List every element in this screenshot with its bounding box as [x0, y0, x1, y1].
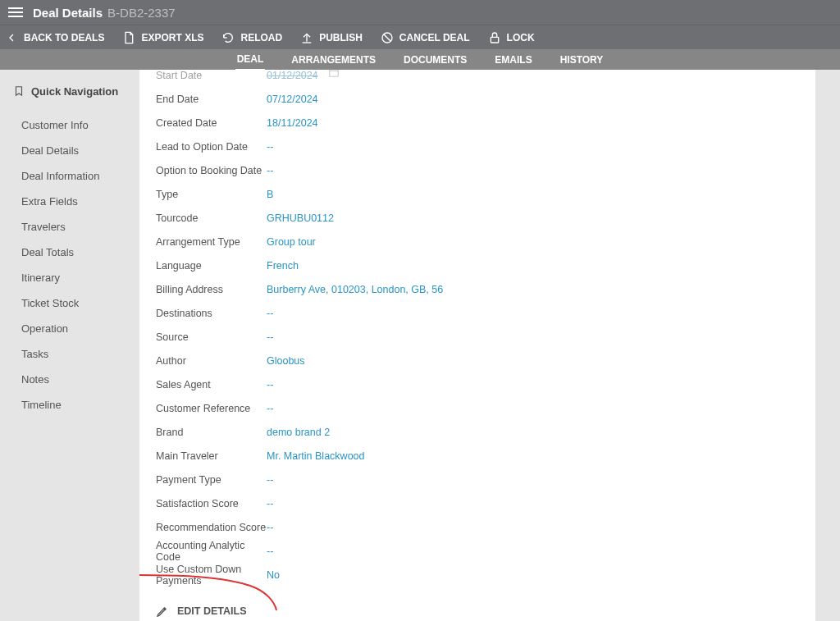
- tabs-bar: DEAL ARRANGEMENTS DOCUMENTS EMAILS HISTO…: [0, 49, 840, 70]
- back-button[interactable]: BACK TO DEALS: [5, 31, 104, 44]
- sidebar-item-timeline[interactable]: Timeline: [13, 392, 126, 418]
- tab-history[interactable]: HISTORY: [559, 50, 605, 70]
- tab-deal[interactable]: DEAL: [235, 49, 266, 71]
- field-value-source[interactable]: --: [267, 331, 273, 343]
- sidebar-item-deal-totals[interactable]: Deal Totals: [13, 240, 126, 265]
- arrow-left-icon: [5, 31, 18, 44]
- upload-icon: [300, 31, 313, 44]
- field-value-destinations[interactable]: --: [267, 308, 273, 319]
- field-value-author[interactable]: Gloobus: [267, 355, 305, 367]
- field-label-option-to-booking: Option to Booking Date: [156, 165, 267, 176]
- svg-rect-1: [491, 37, 498, 43]
- hamburger-icon[interactable]: [8, 7, 23, 17]
- field-label-brand: Brand: [156, 427, 267, 438]
- sidebar-item-operation[interactable]: Operation: [13, 316, 126, 341]
- main-panel: Start Date 01/12/2024 End Date 07/12/202…: [139, 70, 815, 621]
- refresh-icon: [221, 31, 235, 44]
- field-label-arrangement-type: Arrangement Type: [156, 236, 267, 248]
- cancel-label: CANCEL DEAL: [399, 32, 470, 43]
- field-value-start-date: 01/12/2024: [267, 70, 318, 81]
- field-value-type[interactable]: B: [267, 189, 273, 200]
- sidebar-item-tasks[interactable]: Tasks: [13, 341, 126, 367]
- field-value-accounting-analytic[interactable]: --: [267, 546, 273, 557]
- field-value-sales-agent[interactable]: --: [267, 379, 273, 390]
- pencil-icon: [156, 605, 169, 618]
- tab-documents[interactable]: DOCUMENTS: [402, 50, 468, 70]
- field-label-payment-type: Payment Type: [156, 474, 267, 486]
- field-label-billing-address: Billing Address: [156, 284, 267, 295]
- lock-label: LOCK: [507, 32, 535, 43]
- export-label: EXPORT XLS: [141, 32, 203, 43]
- publish-label: PUBLISH: [319, 32, 363, 43]
- field-value-satisfaction-score[interactable]: --: [267, 498, 273, 509]
- lock-button[interactable]: LOCK: [488, 31, 535, 44]
- field-label-custom-down: Use Custom Down Payments: [156, 564, 267, 587]
- field-label-language: Language: [156, 260, 267, 272]
- field-value-brand[interactable]: demo brand 2: [267, 427, 330, 438]
- sidebar-item-notes[interactable]: Notes: [13, 367, 126, 392]
- field-value-tourcode[interactable]: GRHUBU0112: [267, 212, 334, 224]
- field-value-billing-address[interactable]: Burberry Ave, 010203, London, GB, 56: [267, 284, 443, 295]
- field-label-start-date: Start Date: [156, 70, 267, 81]
- field-label-recommendation-score: Recommendation Score: [156, 522, 267, 533]
- field-value-end-date[interactable]: 07/12/2024: [267, 94, 318, 105]
- field-label-end-date: End Date: [156, 94, 267, 105]
- tab-emails[interactable]: EMAILS: [493, 50, 533, 70]
- field-value-lead-to-option[interactable]: --: [267, 141, 273, 153]
- file-icon: [122, 31, 135, 44]
- field-label-accounting-analytic: Accounting Analytic Code: [156, 540, 267, 563]
- toolbar: BACK TO DEALS EXPORT XLS RELOAD PUBLISH …: [0, 25, 840, 49]
- cancel-button[interactable]: CANCEL DEAL: [381, 31, 470, 44]
- field-label-tourcode: Tourcode: [156, 212, 267, 224]
- reload-button[interactable]: RELOAD: [221, 31, 282, 44]
- field-value-language[interactable]: French: [267, 260, 299, 272]
- sidebar-item-customer-info[interactable]: Customer Info: [13, 112, 126, 138]
- sidebar-title: Quick Navigation: [31, 85, 118, 98]
- field-label-sales-agent: Sales Agent: [156, 379, 267, 390]
- sidebar-head: Quick Navigation: [13, 84, 126, 98]
- tab-arrangements[interactable]: ARRANGEMENTS: [290, 50, 377, 70]
- field-value-customer-reference[interactable]: --: [267, 403, 273, 414]
- sidebar-item-ticket-stock[interactable]: Ticket Stock: [13, 290, 126, 316]
- edit-details-label: EDIT DETAILS: [177, 605, 247, 617]
- field-label-customer-reference: Customer Reference: [156, 403, 267, 414]
- field-value-payment-type[interactable]: --: [267, 474, 273, 486]
- publish-button[interactable]: PUBLISH: [300, 31, 363, 44]
- back-label: BACK TO DEALS: [24, 32, 104, 43]
- deal-details-fields: Start Date 01/12/2024 End Date 07/12/202…: [139, 70, 815, 595]
- field-label-destinations: Destinations: [156, 308, 267, 319]
- field-label-type: Type: [156, 189, 267, 200]
- deal-code: B-DB2-2337: [107, 6, 176, 20]
- sidebar-item-itinerary[interactable]: Itinerary: [13, 265, 126, 290]
- cancel-icon: [381, 31, 394, 44]
- reload-label: RELOAD: [240, 32, 282, 43]
- sidebar-item-travelers[interactable]: Travelers: [13, 214, 126, 240]
- sidebar-item-deal-details[interactable]: Deal Details: [13, 138, 126, 163]
- edit-details-button[interactable]: EDIT DETAILS: [139, 595, 815, 621]
- field-value-main-traveler[interactable]: Mr. Martin Blackwood: [267, 450, 364, 462]
- field-label-lead-to-option: Lead to Option Date: [156, 141, 267, 153]
- field-value-recommendation-score[interactable]: --: [267, 522, 273, 533]
- field-value-created-date[interactable]: 18/11/2024: [267, 117, 318, 129]
- export-button[interactable]: EXPORT XLS: [122, 31, 203, 44]
- lock-icon: [488, 31, 501, 44]
- calendar-icon[interactable]: [328, 70, 340, 80]
- sidebar-item-deal-information[interactable]: Deal Information: [13, 163, 126, 189]
- field-value-arrangement-type[interactable]: Group tour: [267, 236, 316, 248]
- field-label-source: Source: [156, 331, 267, 343]
- field-value-option-to-booking[interactable]: --: [267, 165, 273, 176]
- sidebar: Quick Navigation Customer Info Deal Deta…: [0, 70, 139, 621]
- title-bar: Deal Details B-DB2-2337: [0, 0, 840, 25]
- bookmark-icon: [13, 84, 25, 98]
- field-value-custom-down[interactable]: No: [267, 569, 280, 581]
- field-label-created-date: Created Date: [156, 117, 267, 129]
- field-label-main-traveler: Main Traveler: [156, 450, 267, 462]
- page-title: Deal Details: [33, 6, 103, 20]
- field-label-satisfaction-score: Satisfaction Score: [156, 498, 267, 509]
- sidebar-item-extra-fields[interactable]: Extra Fields: [13, 189, 126, 214]
- field-label-author: Author: [156, 355, 267, 367]
